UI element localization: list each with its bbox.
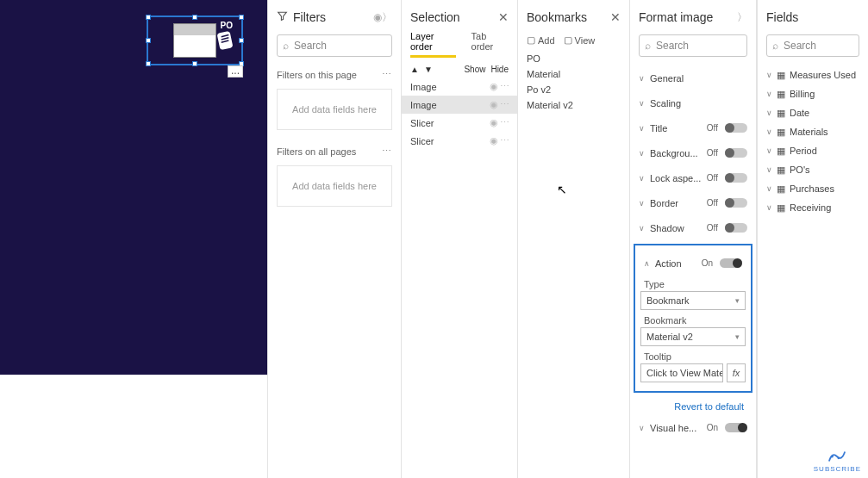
close-icon[interactable]: ✕ [610, 10, 621, 24]
table-icon: ▦ [777, 202, 785, 214]
format-search-input[interactable]: ⌕ Search [639, 34, 747, 57]
filters-search-input[interactable]: ⌕ Search [277, 34, 392, 57]
format-row-scaling[interactable]: ∨Scaling [630, 90, 756, 115]
bookmarks-title: Bookmarks [527, 10, 610, 24]
more-icon[interactable]: ⋯ [500, 99, 510, 110]
fields-table[interactable]: ∨▦Receiving [758, 198, 868, 217]
bookmark-item[interactable]: Material [527, 66, 621, 82]
action-tooltip-input[interactable]: Click to View Mate... [640, 363, 723, 382]
table-icon: ▦ [777, 70, 785, 81]
search-icon: ⌕ [772, 40, 778, 52]
filters-on-all-pages-header: Filters on all pages [277, 146, 356, 157]
layer-item[interactable]: Slicer◉⋯ [402, 114, 517, 132]
layer-item[interactable]: Image◉⋯ [402, 96, 517, 114]
page-filters-dropzone[interactable]: Add data fields here [277, 89, 392, 130]
all-pages-filters-dropzone[interactable]: Add data fields here [277, 165, 392, 207]
filter-icon [277, 10, 288, 24]
bookmark-item[interactable]: PO [527, 51, 621, 66]
fields-table[interactable]: ∨▦PO's [758, 160, 868, 179]
fx-button[interactable]: fx [727, 363, 746, 382]
fields-table[interactable]: ∨▦Materials [758, 122, 868, 141]
table-icon: ▦ [777, 89, 785, 100]
collapse-format-icon[interactable]: 〉 [737, 10, 747, 25]
action-type-dropdown[interactable]: Bookmark▾ [640, 291, 746, 310]
svg-rect-0 [217, 31, 234, 50]
chevron-down-icon: ∨ [766, 146, 772, 155]
fields-search-input[interactable]: ⌕ Search [766, 34, 859, 57]
selected-visual-image[interactable]: PO ... [147, 16, 243, 65]
more-options-icon[interactable]: ⋯ [382, 146, 392, 157]
layer-item[interactable]: Image◉⋯ [402, 78, 517, 96]
fields-table[interactable]: ∨▦Period [758, 141, 868, 160]
toggle-shadow[interactable] [725, 223, 747, 233]
fields-table[interactable]: ∨▦Measures Used [758, 65, 868, 84]
tab-tab-order[interactable]: Tab order [471, 31, 509, 58]
show-button[interactable]: Show [464, 65, 485, 74]
fields-table[interactable]: ∨▦Billing [758, 84, 868, 103]
more-icon[interactable]: ⋯ [500, 81, 510, 92]
more-icon[interactable]: ⋯ [500, 117, 510, 128]
format-pane: Format image 〉 ⌕ Search ∨General ∨Scalin… [629, 0, 757, 478]
search-icon: ⌕ [645, 40, 651, 52]
format-row-background[interactable]: ∨Backgrou...Off [630, 140, 756, 165]
eye-icon[interactable]: ◉ [490, 135, 498, 146]
move-down-icon[interactable]: ▼ [424, 65, 433, 74]
chevron-up-icon: ∧ [644, 259, 650, 268]
format-row-visual-header[interactable]: ∨Visual he...On [630, 415, 756, 440]
selection-pane: Selection ✕ Layer order Tab order ▲ ▼ Sh… [401, 0, 517, 478]
chevron-down-icon: ▾ [735, 296, 740, 305]
visual-options-button[interactable]: ... [228, 65, 243, 78]
subscribe-badge[interactable]: SUBSCRIBE [814, 450, 861, 473]
visibility-icon[interactable]: ◉ [373, 11, 382, 23]
more-options-icon[interactable]: ⋯ [382, 69, 392, 80]
eye-icon[interactable]: ◉ [490, 99, 498, 110]
fields-table[interactable]: ∨▦Purchases [758, 179, 868, 198]
toggle-background[interactable] [725, 148, 747, 158]
tab-layer-order[interactable]: Layer order [410, 31, 456, 58]
bookmark-view-icon: ▢ [564, 34, 572, 46]
toggle-action[interactable] [720, 258, 742, 268]
view-bookmark-button[interactable]: ▢ View [564, 34, 596, 46]
report-canvas[interactable]: PO ... [0, 0, 267, 478]
format-row-title[interactable]: ∨TitleOff [630, 115, 756, 140]
search-icon: ⌕ [283, 40, 289, 52]
bookmark-item[interactable]: Po v2 [527, 82, 621, 97]
move-up-icon[interactable]: ▲ [410, 65, 419, 74]
format-row-border[interactable]: ∨BorderOff [630, 190, 756, 215]
toggle-border[interactable] [725, 198, 747, 208]
toggle-lock-aspect[interactable] [725, 173, 747, 183]
format-row-action[interactable]: ∧ActionOn [640, 251, 746, 276]
fields-title: Fields [766, 10, 859, 24]
filters-on-page-header: Filters on this page [277, 70, 357, 80]
eye-icon[interactable]: ◉ [490, 81, 498, 92]
revert-to-default-link[interactable]: Revert to default [630, 396, 756, 415]
filters-title: Filters [293, 10, 370, 24]
bookmark-item[interactable]: Material v2 [527, 97, 621, 113]
table-icon: ▦ [777, 108, 785, 119]
chevron-down-icon: ∨ [766, 127, 772, 136]
chevron-down-icon: ∨ [639, 149, 645, 158]
close-icon[interactable]: ✕ [498, 10, 509, 24]
action-bookmark-dropdown[interactable]: Material v2▾ [640, 327, 746, 346]
eye-icon[interactable]: ◉ [490, 117, 498, 128]
format-row-shadow[interactable]: ∨ShadowOff [630, 215, 756, 240]
action-tooltip-label: Tooltip [644, 351, 746, 362]
search-placeholder: Search [294, 40, 327, 52]
filters-pane: Filters ◉ 〉 ⌕ Search Filters on this pag… [267, 0, 401, 478]
table-icon: ▦ [777, 146, 785, 157]
layer-item[interactable]: Slicer◉⋯ [402, 132, 517, 150]
format-row-general[interactable]: ∨General [630, 65, 756, 90]
toggle-title[interactable] [725, 123, 747, 133]
collapse-filters-icon[interactable]: 〉 [382, 10, 392, 25]
more-icon[interactable]: ⋯ [500, 135, 510, 146]
table-icon: ▦ [777, 183, 785, 195]
fields-table[interactable]: ∨▦Date [758, 103, 868, 122]
fields-pane: Fields ⌕ Search ∨▦Measures Used ∨▦Billin… [757, 0, 868, 478]
chevron-down-icon: ∨ [766, 184, 772, 193]
format-row-lock-aspect[interactable]: ∨Lock aspe...Off [630, 165, 756, 190]
bookmarks-pane: Bookmarks ✕ ▢ Add ▢ View PO Material Po … [517, 0, 629, 478]
hide-button[interactable]: Hide [490, 65, 509, 74]
add-bookmark-button[interactable]: ▢ Add [527, 34, 555, 46]
toggle-visual-header[interactable] [725, 423, 747, 432]
table-icon: ▦ [777, 127, 785, 138]
